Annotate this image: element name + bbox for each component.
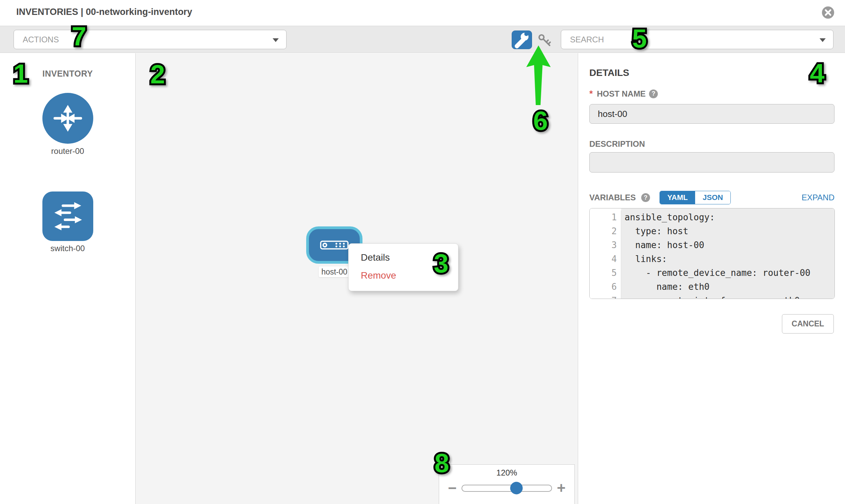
editor-line: 4 links:: [590, 252, 834, 266]
zoom-out-button[interactable]: −: [448, 481, 457, 495]
variables-row: VARIABLES ? YAML JSON EXPAND: [589, 190, 834, 205]
page-title: INVENTORIES | 00-networking-inventory: [16, 7, 192, 17]
variables-editor[interactable]: 1 ansible_topology: 2 type: host 3 name:…: [589, 208, 835, 299]
host-name-input[interactable]: [589, 104, 834, 124]
actions-dropdown-label: ACTIONS: [23, 35, 59, 44]
help-icon[interactable]: ?: [649, 89, 658, 98]
line-code: remote_interface_name: eth0: [621, 294, 834, 299]
description-label: DESCRIPTION: [589, 139, 645, 149]
chevron-down-icon: [820, 38, 826, 42]
editor-line: 1 ansible_topology:: [590, 211, 834, 224]
context-menu-item-details[interactable]: Details: [349, 249, 458, 266]
node-context-menu: Details Remove: [348, 244, 458, 291]
line-number: 1: [590, 211, 621, 224]
help-icon[interactable]: ?: [641, 193, 650, 202]
line-code: name: eth0: [621, 280, 834, 294]
inventory-palette: INVENTORY: [0, 53, 136, 504]
zoom-slider-thumb[interactable]: [510, 482, 523, 494]
router-icon: [42, 93, 93, 144]
editor-line: 7 remote_interface_name: eth0: [590, 294, 834, 299]
line-code: ansible_topology:: [621, 211, 834, 224]
close-icon[interactable]: [821, 6, 835, 19]
search-dropdown[interactable]: SEARCH: [561, 30, 833, 49]
line-number: 5: [590, 266, 621, 280]
zoom-level: 120%: [439, 468, 575, 478]
body: INVENTORY: [0, 53, 845, 504]
tools-button[interactable]: [512, 31, 532, 49]
line-number: 4: [590, 252, 621, 266]
palette-item-router[interactable]: router-00: [0, 93, 135, 156]
actions-dropdown[interactable]: ACTIONS: [14, 30, 286, 49]
tab-json[interactable]: JSON: [695, 191, 730, 204]
required-marker: *: [589, 88, 593, 99]
editor-line: 3 name: host-00: [590, 238, 834, 252]
host-icon: [320, 241, 349, 250]
details-panel: DETAILS * HOST NAME ? DESCRIPTION VARIAB…: [578, 53, 845, 504]
line-number: 6: [590, 280, 621, 294]
variables-label: VARIABLES: [589, 193, 636, 202]
zoom-widget: 120% − +: [439, 464, 575, 504]
line-number: 3: [590, 238, 621, 252]
header: INVENTORIES | 00-networking-inventory: [0, 0, 845, 26]
line-code: links:: [621, 252, 834, 266]
topology-canvas[interactable]: host-00 Details Remove 120% − +: [136, 53, 578, 504]
palette-item-label: router-00: [0, 146, 135, 156]
search-dropdown-label: SEARCH: [570, 35, 604, 44]
description-input[interactable]: [589, 152, 834, 173]
line-number: 7: [590, 294, 621, 299]
palette-item-switch[interactable]: switch-00: [0, 192, 135, 253]
line-number: 2: [590, 224, 621, 238]
zoom-in-button[interactable]: +: [557, 481, 566, 495]
host-node-label: host-00: [319, 266, 350, 277]
line-code: - remote_device_name: router-00: [621, 266, 834, 280]
editor-line: 5 - remote_device_name: router-00: [590, 266, 834, 280]
wrench-icon: [512, 31, 532, 49]
expand-link[interactable]: EXPAND: [802, 193, 834, 202]
inventory-topology-app: INVENTORIES | 00-networking-inventory AC…: [0, 0, 845, 504]
host-name-label: HOST NAME: [597, 89, 646, 98]
key-icon[interactable]: [538, 34, 552, 47]
palette-title: INVENTORY: [0, 69, 135, 79]
tab-yaml[interactable]: YAML: [660, 191, 695, 204]
editor-line: 6 name: eth0: [590, 280, 834, 294]
line-code: name: host-00: [621, 238, 834, 252]
editor-line: 2 type: host: [590, 224, 834, 238]
details-panel-title: DETAILS: [589, 68, 629, 78]
cancel-button[interactable]: CANCEL: [782, 314, 834, 334]
host-name-label-row: * HOST NAME ?: [589, 88, 658, 99]
toolbar: ACTIONS S: [0, 26, 845, 53]
line-code: type: host: [621, 224, 834, 238]
description-label-row: DESCRIPTION: [589, 139, 645, 149]
palette-item-label: switch-00: [0, 244, 135, 253]
variables-format-toggle: YAML JSON: [659, 191, 731, 204]
context-menu-item-remove[interactable]: Remove: [349, 266, 458, 284]
chevron-down-icon: [272, 38, 279, 42]
zoom-slider-track[interactable]: [461, 485, 552, 492]
switch-icon: [42, 192, 93, 241]
